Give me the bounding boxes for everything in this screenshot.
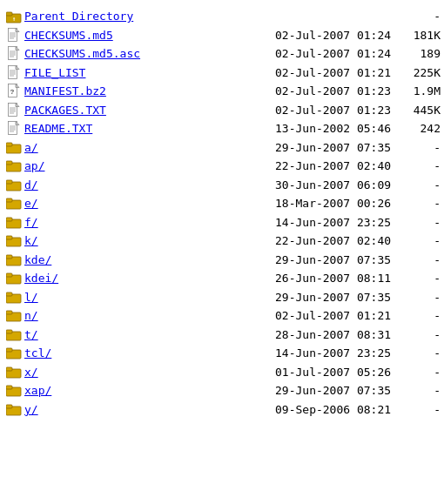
file-link[interactable]: MANIFEST.bz2 [24,84,106,97]
svg-rect-53 [6,348,12,352]
folder-icon [3,216,24,229]
file-link[interactable]: l/ [24,291,38,304]
file-date: 02-Jul-2007 01:23 [275,102,397,119]
file-date: 02-Jul-2007 01:24 [275,27,397,44]
file-link[interactable]: kdei/ [24,272,58,285]
file-row: README.TXT13-Jun-2002 05:46242 [3,119,441,138]
file-link[interactable]: Parent Directory [24,10,133,23]
file-row: ap/22-Jun-2007 02:40- [3,157,441,176]
file-link[interactable]: xap/ [24,384,51,397]
file-date: 29-Jun-2007 07:35 [275,139,397,157]
folder-icon [3,403,24,416]
file-row: kde/29-Jun-2007 07:35- [3,251,441,270]
file-date: 02-Jul-2007 01:21 [275,64,397,82]
file-row: y/09-Sep-2006 08:21- [3,400,441,420]
file-link[interactable]: kde/ [24,253,51,266]
file-link[interactable]: tcl/ [24,346,51,360]
file-row: FILE_LIST02-Jul-2007 01:21225K [3,64,441,83]
folder-icon [3,384,24,397]
file-date: 30-Jun-2007 06:09 [275,177,397,194]
svg-rect-33 [6,161,12,165]
file-link[interactable]: CHECKSUMS.md5 [24,29,113,42]
file-link[interactable]: README.TXT [24,122,92,135]
file-size: - [397,158,441,175]
file-date: 02-Jul-2007 01:21 [275,307,397,325]
file-date: 09-Sep-2006 08:21 [275,401,397,419]
file-date: 02-Jul-2007 01:24 [275,45,397,63]
file-link[interactable]: f/ [24,216,38,229]
file-date: 28-Jun-2007 08:31 [275,326,397,344]
file-link[interactable]: n/ [24,309,38,322]
unknown-file-icon: ? [3,84,24,98]
folder-icon [3,253,24,266]
file-link[interactable]: CHECKSUMS.md5.asc [24,47,140,60]
svg-rect-59 [6,405,12,408]
file-row: xap/29-Jun-2007 07:35- [3,381,441,400]
file-link[interactable]: ap/ [24,159,44,172]
folder-icon [3,328,24,341]
file-date: 29-Jun-2007 07:35 [275,289,397,306]
svg-rect-37 [6,198,12,202]
file-size: - [397,195,441,212]
file-row: d/30-Jun-2007 06:09- [3,176,441,195]
file-size: - [397,289,441,306]
svg-rect-41 [6,236,12,239]
file-link[interactable]: y/ [24,403,38,416]
file-size: - [397,364,441,381]
file-date: 13-Jun-2002 05:46 [275,120,397,138]
file-date: 22-Jun-2007 02:40 [275,232,397,250]
document-icon [3,65,24,80]
file-date: 29-Jun-2007 07:35 [275,382,397,400]
folder-icon [3,366,24,379]
file-row: CHECKSUMS.md5.asc02-Jul-2007 01:24189 [3,44,441,64]
file-link[interactable]: a/ [24,141,38,154]
file-link[interactable]: d/ [24,178,38,192]
file-row: kdei/26-Jun-2007 08:11- [3,269,441,288]
parent-dir-icon: ↑ [3,10,24,24]
document-icon [3,46,24,61]
file-link[interactable]: FILE_LIST [24,66,85,79]
folder-icon [3,234,24,247]
file-size: - [397,307,441,325]
file-date: 01-Jul-2007 05:26 [275,364,397,381]
file-size: 1.9M [397,83,441,100]
folder-icon [3,141,24,154]
file-link[interactable]: t/ [24,328,38,341]
file-size: - [397,8,441,25]
file-link[interactable]: PACKAGES.TXT [24,104,106,117]
file-row: a/29-Jun-2007 07:35- [3,138,441,158]
file-size: - [397,252,441,269]
file-size: - [397,382,441,400]
svg-rect-43 [6,255,12,259]
document-icon [3,121,24,136]
svg-rect-39 [6,218,12,221]
file-size: - [397,401,441,419]
file-list: ↑ Parent Directory- CHECKSUMS.md502-Jul-… [3,7,441,419]
svg-text:?: ? [10,88,15,96]
file-size: - [397,345,441,362]
document-icon [3,28,24,43]
file-link[interactable]: e/ [24,197,38,210]
file-date: 26-Jun-2007 08:11 [275,270,397,287]
svg-rect-57 [6,386,12,389]
file-size: - [397,214,441,232]
svg-text:↑: ↑ [12,16,16,23]
svg-rect-51 [6,330,12,333]
file-size: 242 [397,120,441,138]
svg-rect-45 [6,273,12,277]
svg-rect-55 [6,367,12,371]
folder-icon [3,197,24,210]
file-size: 189 [397,45,441,63]
file-row: e/18-Mar-2007 00:26- [3,194,441,213]
file-date: 22-Jun-2007 02:40 [275,158,397,175]
file-row: x/01-Jul-2007 05:26- [3,363,441,382]
file-size: - [397,232,441,250]
file-size: - [397,139,441,157]
file-link[interactable]: k/ [24,234,38,247]
file-row: PACKAGES.TXT02-Jul-2007 01:23445K [3,101,441,120]
svg-rect-47 [6,292,12,296]
file-link[interactable]: x/ [24,366,38,379]
folder-icon [3,309,24,322]
file-row: f/14-Jun-2007 23:25- [3,213,441,232]
file-size: 181K [397,27,441,44]
